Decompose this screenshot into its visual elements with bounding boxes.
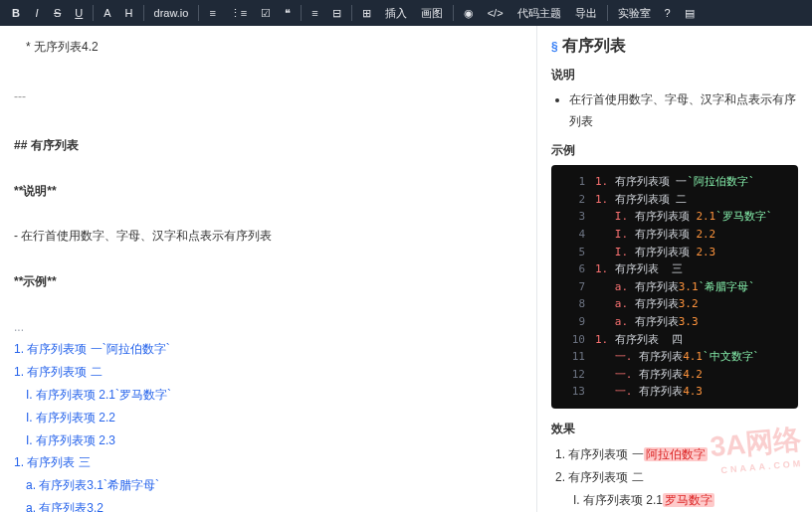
code-line: 5 I. 有序列表项 2.3 (561, 244, 788, 261)
code-line: 61. 有序列表 三 (561, 260, 788, 278)
drawio-button[interactable]: draw.io (148, 4, 195, 22)
editor-example-head: **示例** (14, 270, 522, 293)
code-line: 12 一. 有序列表4.2 (561, 366, 788, 384)
italic-button[interactable]: I (28, 4, 46, 22)
code-line: 13 一. 有序列表4.3 (561, 383, 788, 401)
editor-line (14, 203, 522, 226)
editor-heading: ## 有序列表 (14, 134, 522, 157)
preview-desc-item: 在行首使用数字、字母、汉字和点表示有序列表 (569, 89, 798, 132)
export-button[interactable]: 导出 (569, 3, 603, 24)
editor-line (14, 111, 522, 134)
editor-hr: --- (14, 85, 522, 108)
table-icon[interactable]: ⊞ (356, 4, 377, 23)
separator-icon (351, 5, 352, 21)
code-line: 3 I. 有序列表项 2.1`罗马数字` (561, 208, 788, 226)
main-split: * 无序列表4.2 --- ## 有序列表 **说明** - 在行首使用数字、字… (0, 26, 812, 512)
code-theme-button[interactable]: 代码主题 (511, 3, 567, 24)
preview-title: §有序列表 (551, 36, 798, 57)
preview-pane[interactable]: §有序列表 说明 在行首使用数字、字母、汉字和点表示有序列表 示例 11. 有序… (537, 26, 812, 512)
editor-desc-head: **说明** (14, 180, 522, 203)
preview-effect-head: 效果 (551, 421, 798, 437)
code-block: 11. 有序列表项 一`阿拉伯数字`21. 有序列表项 二3 I. 有序列表项 … (551, 165, 798, 409)
editor-list-item: I. 有序列表项 2.2 (14, 407, 522, 429)
editor-list-item: 1. 有序列表 三 (14, 451, 522, 474)
bold-button[interactable]: B (6, 4, 26, 22)
toolbar: B I S U A H draw.io ≡ ⋮≡ ☑ ❝ ≡ ⊟ ⊞ 插入 画图… (0, 0, 812, 26)
editor-list-item: a. 有序列表3.2 (14, 497, 522, 512)
code-line: 101. 有序列表 四 (561, 331, 788, 349)
checklist-icon[interactable]: ☑ (255, 4, 277, 23)
separator-icon (607, 5, 608, 21)
editor-line (14, 248, 522, 270)
result-list: 1. 有序列表项 一阿拉伯数字2. 有序列表项 二I. 有序列表项 2.1罗马数… (551, 443, 798, 512)
lab-button[interactable]: 实验室 (612, 3, 657, 24)
font-color-button[interactable]: A (98, 4, 116, 22)
editor-backticks: ... (14, 316, 522, 339)
editor-list-item: a. 有序列表3.1`希腊字母` (14, 474, 522, 497)
code-line: 8 a. 有序列表3.2 (561, 295, 788, 313)
editor-list-item: I. 有序列表项 2.3 (14, 429, 522, 452)
strike-button[interactable]: S (48, 4, 67, 22)
separator-icon (301, 5, 302, 21)
editor-line (14, 293, 522, 316)
quote-icon[interactable]: ❝ (279, 4, 297, 23)
code-line: 11 一. 有序列表4.1`中文数字` (561, 348, 788, 366)
unordered-list-icon[interactable]: ⋮≡ (224, 4, 253, 23)
result-item: 2. 有序列表项 二 (555, 466, 798, 489)
underline-button[interactable]: U (69, 4, 89, 22)
editor-pane[interactable]: * 无序列表4.2 --- ## 有序列表 **说明** - 在行首使用数字、字… (0, 26, 537, 512)
anchor-icon: § (551, 40, 558, 54)
separator-icon (143, 5, 144, 21)
code-line: 4 I. 有序列表项 2.2 (561, 226, 788, 244)
separator-icon (453, 5, 454, 21)
image-button[interactable]: 画图 (415, 3, 449, 24)
code-line: 9 a. 有序列表3.3 (561, 313, 788, 331)
preview-example-head: 示例 (551, 142, 798, 159)
code-icon[interactable]: </> (482, 4, 509, 22)
ordered-list-icon[interactable]: ≡ (203, 4, 221, 22)
code-line: 11. 有序列表项 一`阿拉伯数字` (561, 173, 788, 191)
code-line: 7 a. 有序列表3.1`希腊字母` (561, 278, 788, 296)
separator-icon (93, 5, 94, 21)
separator-icon (198, 5, 199, 21)
preview-desc-head: 说明 (551, 67, 798, 84)
book-icon[interactable]: ▤ (679, 4, 701, 23)
editor-list-item: 1. 有序列表项 一`阿拉伯数字` (14, 338, 522, 361)
editor-list-item: 1. 有序列表项 二 (14, 361, 522, 384)
code-line: 21. 有序列表项 二 (561, 191, 788, 209)
preview-icon[interactable]: ◉ (458, 4, 480, 23)
align-icon[interactable]: ≡ (305, 4, 323, 22)
editor-line (14, 157, 522, 180)
editor-desc-line: - 在行首使用数字、字母、汉字和点表示有序列表 (14, 225, 522, 248)
editor-list-item: I. 有序列表项 2.1`罗马数字` (14, 384, 522, 407)
indent-icon[interactable]: ⊟ (326, 4, 347, 23)
editor-line: * 无序列表4.2 (14, 36, 522, 59)
heading-button[interactable]: H (119, 4, 139, 22)
help-icon[interactable]: ? (659, 4, 677, 22)
result-item: 1. 有序列表项 一阿拉伯数字 (555, 443, 798, 466)
preview-desc-list: 在行首使用数字、字母、汉字和点表示有序列表 (551, 89, 798, 132)
insert-button[interactable]: 插入 (379, 3, 413, 24)
result-item: I. 有序列表项 2.1罗马数字 (555, 489, 798, 512)
editor-line (14, 59, 522, 82)
